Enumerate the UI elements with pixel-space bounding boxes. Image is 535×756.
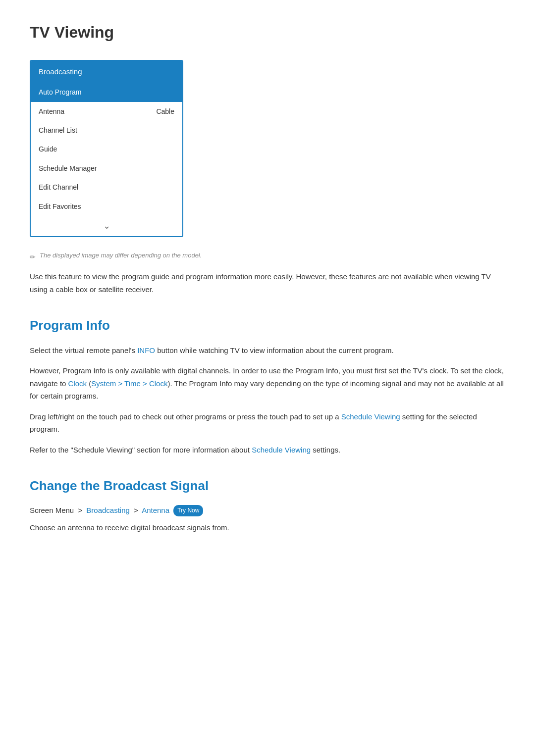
breadcrumb: Screen Menu > Broadcasting > Antenna Try… <box>30 504 505 517</box>
menu-item-auto-program[interactable]: Auto Program <box>31 83 182 101</box>
breadcrumb-antenna-link[interactable]: Antenna <box>142 506 169 514</box>
menu-item-antenna-label: Antenna <box>39 106 64 117</box>
program-info-para-2: However, Program Info is only available … <box>30 364 505 403</box>
program-info-para-3: Drag left/right on the touch pad to chec… <box>30 410 505 436</box>
page-title: TV Viewing <box>30 20 505 45</box>
section-title-change-broadcast: Change the Broadcast Signal <box>30 476 505 497</box>
schedule-viewing-link-1[interactable]: Schedule Viewing <box>341 412 400 421</box>
menu-item-antenna-value: Cable <box>156 106 174 117</box>
section-title-program-info: Program Info <box>30 315 505 336</box>
breadcrumb-screen-menu: Screen Menu <box>30 506 74 514</box>
menu-item-antenna[interactable]: Antenna Cable <box>31 102 182 121</box>
change-broadcast-para: Choose an antenna to receive digital bro… <box>30 521 505 534</box>
chevron-down-icon: ⌄ <box>103 219 110 233</box>
try-now-badge[interactable]: Try Now <box>173 505 203 516</box>
menu-item-edit-channel[interactable]: Edit Channel <box>31 178 182 197</box>
menu-footer: ⌄ <box>31 216 182 236</box>
note-container: ✏ The displayed image may differ dependi… <box>30 251 505 262</box>
clock-link[interactable]: Clock <box>68 379 87 388</box>
system-time-clock-link[interactable]: System > Time > Clock <box>91 379 167 388</box>
info-link[interactable]: INFO <box>137 346 155 354</box>
menu-item-schedule-manager-label: Schedule Manager <box>39 163 97 174</box>
menu-item-edit-favorites[interactable]: Edit Favorites <box>31 197 182 216</box>
menu-item-guide[interactable]: Guide <box>31 140 182 158</box>
menu-item-edit-channel-label: Edit Channel <box>39 182 78 193</box>
separator-1: > <box>78 506 82 514</box>
program-info-para-4: Refer to the "Schedule Viewing" section … <box>30 444 505 456</box>
menu-header: Broadcasting <box>31 61 182 83</box>
separator-2: > <box>134 506 138 514</box>
menu-item-channel-list[interactable]: Channel List <box>31 121 182 140</box>
intro-text: Use this feature to view the program gui… <box>30 270 505 296</box>
menu-item-schedule-manager[interactable]: Schedule Manager <box>31 159 182 178</box>
schedule-viewing-link-2[interactable]: Schedule Viewing <box>252 446 311 454</box>
menu-item-edit-favorites-label: Edit Favorites <box>39 201 81 212</box>
pencil-icon: ✏ <box>30 252 36 262</box>
program-info-para-1: Select the virtual remote panel's INFO b… <box>30 344 505 357</box>
breadcrumb-broadcasting-link[interactable]: Broadcasting <box>86 506 130 514</box>
note-text: The displayed image may differ depending… <box>40 251 202 261</box>
menu-item-guide-label: Guide <box>39 144 57 154</box>
menu-widget: Broadcasting Auto Program Antenna Cable … <box>30 60 183 237</box>
menu-item-channel-list-label: Channel List <box>39 125 77 136</box>
